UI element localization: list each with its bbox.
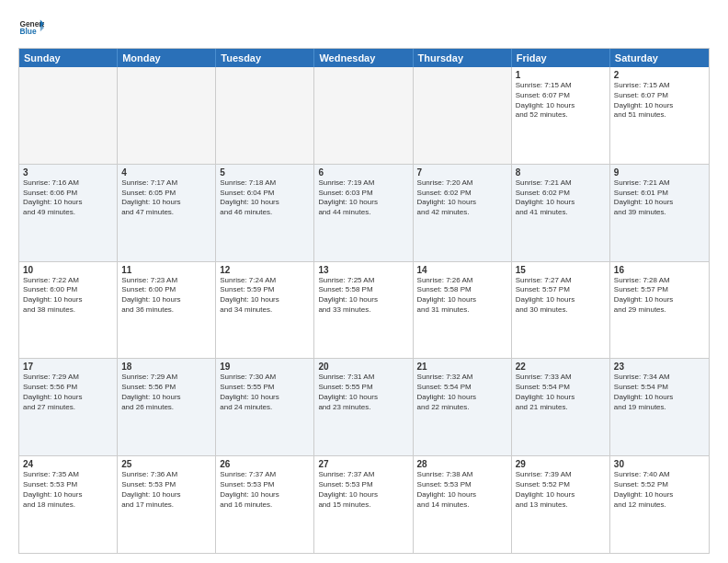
day-info: Sunrise: 7:16 AM Sunset: 6:06 PM Dayligh… bbox=[23, 178, 113, 218]
day-info: Sunrise: 7:30 AM Sunset: 5:55 PM Dayligh… bbox=[220, 373, 310, 412]
day-cell-11: 11Sunrise: 7:23 AM Sunset: 6:00 PM Dayli… bbox=[118, 262, 216, 359]
day-cell-7: 7Sunrise: 7:20 AM Sunset: 6:02 PM Daylig… bbox=[414, 165, 512, 261]
day-number: 26 bbox=[220, 459, 310, 469]
day-number: 13 bbox=[318, 265, 408, 275]
day-number: 1 bbox=[516, 70, 606, 80]
day-cell-20: 20Sunrise: 7:31 AM Sunset: 5:55 PM Dayli… bbox=[314, 359, 413, 455]
day-header-monday: Monday bbox=[118, 49, 216, 67]
day-cell-22: 22Sunrise: 7:33 AM Sunset: 5:54 PM Dayli… bbox=[512, 359, 610, 455]
calendar-row-2: 3Sunrise: 7:16 AM Sunset: 6:06 PM Daylig… bbox=[19, 164, 709, 261]
day-number: 24 bbox=[23, 459, 113, 469]
day-number: 5 bbox=[220, 167, 310, 178]
day-number: 23 bbox=[614, 362, 705, 372]
empty-cell bbox=[118, 67, 216, 164]
day-number: 17 bbox=[23, 362, 113, 372]
day-header-tuesday: Tuesday bbox=[216, 49, 314, 67]
day-info: Sunrise: 7:39 AM Sunset: 5:52 PM Dayligh… bbox=[516, 470, 606, 510]
logo-icon: General Blue bbox=[18, 15, 44, 40]
day-cell-12: 12Sunrise: 7:24 AM Sunset: 5:59 PM Dayli… bbox=[216, 262, 314, 359]
day-cell-3: 3Sunrise: 7:16 AM Sunset: 6:06 PM Daylig… bbox=[19, 165, 118, 261]
day-info: Sunrise: 7:25 AM Sunset: 5:58 PM Dayligh… bbox=[318, 276, 408, 316]
day-header-friday: Friday bbox=[512, 49, 610, 67]
day-info: Sunrise: 7:32 AM Sunset: 5:54 PM Dayligh… bbox=[417, 373, 507, 412]
day-info: Sunrise: 7:15 AM Sunset: 6:07 PM Dayligh… bbox=[516, 81, 606, 121]
day-header-thursday: Thursday bbox=[414, 49, 512, 67]
day-number: 12 bbox=[220, 265, 310, 275]
day-info: Sunrise: 7:40 AM Sunset: 5:52 PM Dayligh… bbox=[614, 470, 705, 510]
day-cell-27: 27Sunrise: 7:37 AM Sunset: 5:53 PM Dayli… bbox=[314, 456, 413, 553]
day-cell-10: 10Sunrise: 7:22 AM Sunset: 6:00 PM Dayli… bbox=[19, 262, 118, 359]
day-info: Sunrise: 7:29 AM Sunset: 5:56 PM Dayligh… bbox=[23, 373, 113, 412]
day-number: 22 bbox=[516, 362, 606, 372]
calendar: SundayMondayTuesdayWednesdayThursdayFrid… bbox=[18, 48, 710, 554]
day-info: Sunrise: 7:15 AM Sunset: 6:07 PM Dayligh… bbox=[614, 81, 705, 121]
day-cell-29: 29Sunrise: 7:39 AM Sunset: 5:52 PM Dayli… bbox=[512, 456, 610, 553]
day-number: 28 bbox=[417, 459, 507, 469]
day-number: 25 bbox=[121, 459, 211, 469]
day-cell-14: 14Sunrise: 7:26 AM Sunset: 5:58 PM Dayli… bbox=[414, 262, 512, 359]
day-cell-8: 8Sunrise: 7:21 AM Sunset: 6:02 PM Daylig… bbox=[512, 165, 610, 261]
day-cell-21: 21Sunrise: 7:32 AM Sunset: 5:54 PM Dayli… bbox=[414, 359, 512, 455]
day-number: 2 bbox=[614, 70, 705, 80]
day-info: Sunrise: 7:24 AM Sunset: 5:59 PM Dayligh… bbox=[220, 276, 310, 316]
day-info: Sunrise: 7:37 AM Sunset: 5:53 PM Dayligh… bbox=[318, 470, 408, 510]
day-number: 11 bbox=[121, 265, 211, 275]
empty-cell bbox=[19, 67, 118, 164]
day-info: Sunrise: 7:34 AM Sunset: 5:54 PM Dayligh… bbox=[614, 373, 705, 412]
day-number: 4 bbox=[121, 167, 211, 178]
day-number: 21 bbox=[417, 362, 507, 372]
day-cell-24: 24Sunrise: 7:35 AM Sunset: 5:53 PM Dayli… bbox=[19, 456, 118, 553]
day-number: 15 bbox=[516, 265, 606, 275]
day-info: Sunrise: 7:28 AM Sunset: 5:57 PM Dayligh… bbox=[614, 276, 705, 316]
day-info: Sunrise: 7:21 AM Sunset: 6:01 PM Dayligh… bbox=[614, 178, 705, 218]
empty-cell bbox=[216, 67, 314, 164]
day-number: 8 bbox=[516, 167, 606, 178]
calendar-row-4: 17Sunrise: 7:29 AM Sunset: 5:56 PM Dayli… bbox=[19, 358, 709, 455]
calendar-row-5: 24Sunrise: 7:35 AM Sunset: 5:53 PM Dayli… bbox=[19, 455, 709, 553]
logo: General Blue bbox=[18, 15, 44, 40]
calendar-row-1: 1Sunrise: 7:15 AM Sunset: 6:07 PM Daylig… bbox=[19, 67, 709, 164]
calendar-body: 1Sunrise: 7:15 AM Sunset: 6:07 PM Daylig… bbox=[19, 67, 709, 553]
day-cell-25: 25Sunrise: 7:36 AM Sunset: 5:53 PM Dayli… bbox=[118, 456, 216, 553]
day-cell-2: 2Sunrise: 7:15 AM Sunset: 6:07 PM Daylig… bbox=[610, 67, 709, 164]
day-number: 20 bbox=[318, 362, 408, 372]
day-number: 6 bbox=[318, 167, 408, 178]
day-number: 7 bbox=[417, 167, 507, 178]
day-info: Sunrise: 7:37 AM Sunset: 5:53 PM Dayligh… bbox=[220, 470, 310, 510]
day-number: 19 bbox=[220, 362, 310, 372]
day-info: Sunrise: 7:35 AM Sunset: 5:53 PM Dayligh… bbox=[23, 470, 113, 510]
empty-cell bbox=[314, 67, 413, 164]
day-header-saturday: Saturday bbox=[610, 49, 709, 67]
day-number: 14 bbox=[417, 265, 507, 275]
page-header: General Blue bbox=[18, 15, 710, 40]
day-number: 9 bbox=[614, 167, 705, 178]
day-cell-26: 26Sunrise: 7:37 AM Sunset: 5:53 PM Dayli… bbox=[216, 456, 314, 553]
day-header-sunday: Sunday bbox=[19, 49, 118, 67]
day-info: Sunrise: 7:26 AM Sunset: 5:58 PM Dayligh… bbox=[417, 276, 507, 316]
day-number: 27 bbox=[318, 459, 408, 469]
day-info: Sunrise: 7:19 AM Sunset: 6:03 PM Dayligh… bbox=[318, 178, 408, 218]
day-cell-30: 30Sunrise: 7:40 AM Sunset: 5:52 PM Dayli… bbox=[610, 456, 709, 553]
day-info: Sunrise: 7:38 AM Sunset: 5:53 PM Dayligh… bbox=[417, 470, 507, 510]
calendar-row-3: 10Sunrise: 7:22 AM Sunset: 6:00 PM Dayli… bbox=[19, 261, 709, 359]
day-number: 29 bbox=[516, 459, 606, 469]
day-number: 10 bbox=[23, 265, 113, 275]
day-info: Sunrise: 7:29 AM Sunset: 5:56 PM Dayligh… bbox=[121, 373, 211, 412]
day-info: Sunrise: 7:21 AM Sunset: 6:02 PM Dayligh… bbox=[516, 178, 606, 218]
day-cell-5: 5Sunrise: 7:18 AM Sunset: 6:04 PM Daylig… bbox=[216, 165, 314, 261]
day-cell-6: 6Sunrise: 7:19 AM Sunset: 6:03 PM Daylig… bbox=[314, 165, 413, 261]
empty-cell bbox=[414, 67, 512, 164]
day-number: 30 bbox=[614, 459, 705, 469]
day-cell-16: 16Sunrise: 7:28 AM Sunset: 5:57 PM Dayli… bbox=[610, 262, 709, 359]
calendar-header: SundayMondayTuesdayWednesdayThursdayFrid… bbox=[19, 49, 709, 67]
day-cell-19: 19Sunrise: 7:30 AM Sunset: 5:55 PM Dayli… bbox=[216, 359, 314, 455]
day-cell-28: 28Sunrise: 7:38 AM Sunset: 5:53 PM Dayli… bbox=[414, 456, 512, 553]
day-info: Sunrise: 7:17 AM Sunset: 6:05 PM Dayligh… bbox=[121, 178, 211, 218]
day-header-wednesday: Wednesday bbox=[314, 49, 413, 67]
day-info: Sunrise: 7:20 AM Sunset: 6:02 PM Dayligh… bbox=[417, 178, 507, 218]
day-cell-15: 15Sunrise: 7:27 AM Sunset: 5:57 PM Dayli… bbox=[512, 262, 610, 359]
day-cell-1: 1Sunrise: 7:15 AM Sunset: 6:07 PM Daylig… bbox=[512, 67, 610, 164]
day-cell-9: 9Sunrise: 7:21 AM Sunset: 6:01 PM Daylig… bbox=[610, 165, 709, 261]
day-number: 16 bbox=[614, 265, 705, 275]
day-cell-13: 13Sunrise: 7:25 AM Sunset: 5:58 PM Dayli… bbox=[314, 262, 413, 359]
